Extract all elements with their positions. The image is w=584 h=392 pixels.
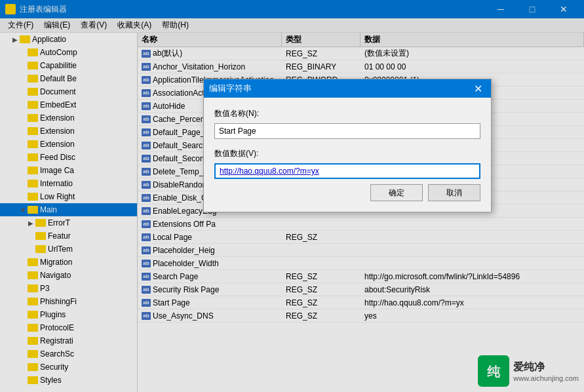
dialog-titlebar: 编辑字符串 ✕ <box>204 79 491 98</box>
dialog-title: 编辑字符串 <box>209 83 252 94</box>
cancel-button[interactable]: 取消 <box>428 184 480 201</box>
data-label: 数值数据(V): <box>214 148 480 159</box>
dialog-close-button[interactable]: ✕ <box>470 81 486 96</box>
dialog-body: 数值名称(N): 数值数据(V): 确定 取消 <box>204 98 491 212</box>
name-input[interactable] <box>214 123 480 139</box>
ok-button[interactable]: 确定 <box>370 184 423 201</box>
dialog-buttons: 确定 取消 <box>214 184 480 201</box>
name-label: 数值名称(N): <box>214 108 480 119</box>
dialog-overlay: 编辑字符串 ✕ 数值名称(N): 数值数据(V): 确定 取消 <box>0 0 584 392</box>
edit-string-dialog: 编辑字符串 ✕ 数值名称(N): 数值数据(V): 确定 取消 <box>203 79 492 212</box>
data-input[interactable] <box>214 163 480 179</box>
